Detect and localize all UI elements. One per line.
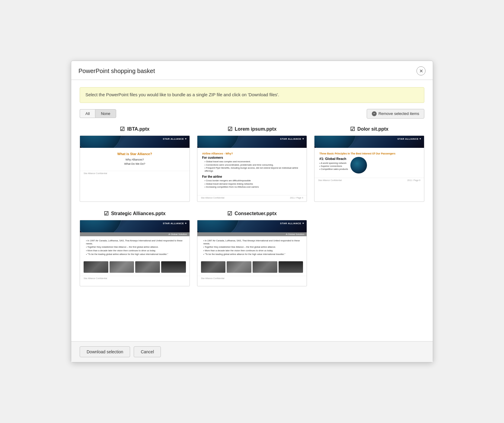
slide-thumb4 [161, 261, 186, 273]
slide-preview-consectetuer: STAR ALLIANCE ✦ A Global Solution In 199… [197, 220, 307, 286]
dialog-body: Select the PowerPoint files you would li… [71, 80, 433, 341]
slide-footer-consectetuer: Star Alliance Confidential [197, 276, 307, 281]
slide-thumb2 [110, 261, 134, 273]
checkbox-strategic[interactable]: ☑ [104, 210, 109, 217]
slide-header-dolor: STAR ALLIANCE ✦ [314, 136, 424, 148]
file-item-strategic: ☑ Strategic Alliances.pptx STAR ALLIANCE… [80, 210, 190, 286]
star-alliance-logo-strategic: STAR ALLIANCE ✦ [163, 222, 187, 225]
slide-header-lorem: STAR ALLIANCE ✦ [197, 136, 307, 148]
info-banner: Select the PowerPoint files you would li… [80, 87, 424, 103]
slide1-orange-title: What is Star Alliance? [85, 152, 185, 156]
slide-content-ibta: What is Star Alliance? Why Alliances? Wh… [80, 148, 190, 171]
file-item-consectetuer: ☑ Consectetuer.pptx STAR ALLIANCE ✦ A Gl… [197, 210, 307, 286]
slide-header-consectetuer: STAR ALLIANCE ✦ [197, 220, 307, 232]
slide-thumb3 [135, 261, 160, 273]
slide3-earth-mini [350, 157, 367, 173]
slide2-bullet2c: Increasing competition from no-frills/lo… [202, 186, 302, 189]
file-label-lorem: ☑ Lorem ipsum.pptx [228, 126, 277, 132]
slide2-bullet1c: Frequent Flyer Benefits, including loung… [202, 167, 302, 173]
slide-header-ibta: STAR ALLIANCE ✦ [80, 136, 190, 148]
files-grid: ☑ IBTA.pptx STAR ALLIANCE ✦ What is Star… [80, 126, 424, 286]
slide-global-bar-strategic: A Global Solution [80, 232, 190, 236]
remove-selected-button[interactable]: − Remove selected items [367, 109, 424, 119]
slide2-bullet2a: Cross border mergers are difficult/impos… [202, 179, 302, 182]
slide-footer-ibta: Star Alliance Confidential [80, 171, 190, 176]
slide2-bullet2b: Global travel demand requires linking ne… [202, 183, 302, 186]
slide2-bullet1a: Global travel was complex and inconvenie… [202, 160, 302, 163]
slide3-bullets: A world spanning network Superior connec… [319, 162, 348, 170]
star-alliance-logo-ibta: STAR ALLIANCE ✦ [163, 138, 187, 140]
strategic-bullet4: "To be the leading global airline allian… [84, 253, 186, 256]
checkbox-ibta[interactable]: ☑ [120, 126, 125, 132]
slide3-bullet2: Superior connections [319, 165, 348, 167]
slide-content-dolor: Three Basic Principles In The Best Inter… [314, 148, 424, 178]
earth-arc-strategic [80, 220, 122, 232]
star-alliance-logo-consectetuer: STAR ALLIANCE ✦ [280, 222, 304, 225]
slide-header-strategic: STAR ALLIANCE ✦ [80, 220, 190, 232]
slide2-orange: Airline Alliances - Why? [202, 152, 302, 155]
consectetuer-thumb4 [279, 261, 303, 273]
close-button[interactable]: ✕ [416, 66, 426, 75]
consectetuer-bullet3: More than a decade later the vision then… [201, 249, 303, 252]
file-label-dolor: ☑ Dolor sit.pptx [350, 126, 388, 132]
earth-arc-lorem [197, 136, 240, 148]
slide-preview-lorem: STAR ALLIANCE ✦ Airline Alliances - Why?… [197, 135, 307, 202]
slide-images-strategic [80, 259, 190, 276]
consectetuer-thumb2 [227, 261, 251, 273]
slide-images-consectetuer [197, 259, 307, 276]
slide2-heading1: For customers [202, 156, 302, 159]
slide2-bullet1b: Connections were uncoordinated, problema… [202, 164, 302, 167]
none-button[interactable]: None [95, 109, 116, 118]
slide-bullets-consectetuer: In 1997 Air Canada, Lufthansa, SAS, Thai… [197, 236, 307, 259]
consectetuer-bullet4: "To be the leading global airline allian… [201, 253, 303, 256]
strategic-bullet2: Together they established Star Alliance … [84, 246, 186, 249]
all-button[interactable]: All [80, 109, 95, 118]
slide2-section1: For customers Global travel was complex … [202, 156, 302, 173]
checkbox-consectetuer[interactable]: ☑ [227, 210, 232, 217]
slide-footer-strategic: Star Alliance Confidential [80, 276, 190, 281]
file-label-ibta: ☑ IBTA.pptx [120, 126, 149, 132]
slide3-main: #1: Global Reach A world spanning networ… [319, 157, 419, 173]
slide2-heading2: For the airline [202, 175, 302, 178]
checkbox-dolor[interactable]: ☑ [350, 126, 355, 132]
slide1-sub1: Why Alliances? [85, 158, 185, 161]
slide3-bullet1: A world spanning network [319, 162, 348, 164]
remove-icon: − [372, 111, 377, 116]
strategic-bullet1: In 1997 Air Canada, Lufthansa, SAS, Thai… [84, 239, 186, 245]
consectetuer-bullet2: Together they established Star Alliance … [201, 246, 303, 249]
earth-arc-dolor [314, 136, 357, 148]
file-item-lorem: ☑ Lorem ipsum.pptx STAR ALLIANCE ✦ Airli… [197, 126, 307, 202]
file-label-strategic: ☑ Strategic Alliances.pptx [104, 210, 166, 217]
select-buttons: All None [80, 109, 116, 118]
consectetuer-thumb3 [253, 261, 277, 273]
earth-arc-ibta [80, 136, 122, 148]
slide1-sub2: What Do We Do? [85, 162, 185, 165]
slide-preview-dolor: STAR ALLIANCE ✦ Three Basic Principles I… [314, 135, 424, 202]
star-alliance-logo-dolor: STAR ALLIANCE ✦ [397, 138, 422, 140]
dialog-footer: Download selection Cancel [71, 341, 433, 362]
slide-footer-dolor: Star Alliance Confidential 2011 / Page 6 [314, 178, 424, 183]
dialog-title: PowerPoint shopping basket [78, 68, 155, 75]
consectetuer-bullet1: In 1997 Air Canada, Lufthansa, SAS, Thai… [201, 239, 303, 245]
earth-arc-consectetuer [197, 220, 240, 232]
slide2-section2: For the airline Cross border mergers are… [202, 175, 302, 189]
slide-bullets-strategic: In 1997 Air Canada, Lufthansa, SAS, Thai… [80, 236, 190, 259]
star-alliance-logo-lorem: STAR ALLIANCE ✦ [280, 138, 304, 140]
slide-content-lorem: Airline Alliances - Why? For customers G… [197, 148, 307, 195]
checkbox-lorem[interactable]: ☑ [228, 126, 232, 132]
slide-preview-strategic: STAR ALLIANCE ✦ A Global Solution In 199… [80, 220, 190, 286]
dialog-header: PowerPoint shopping basket ✕ [71, 61, 433, 80]
download-selection-button[interactable]: Download selection [80, 346, 130, 357]
consectetuer-thumb1 [201, 261, 226, 273]
slide3-heading: #1: Global Reach [319, 157, 348, 161]
slide-footer-lorem: Star Alliance Confidential 2011 / Page 4 [197, 195, 307, 200]
cancel-button[interactable]: Cancel [134, 346, 161, 357]
slide-global-bar-consectetuer: A Global Solution [197, 232, 307, 236]
slide3-text: #1: Global Reach A world spanning networ… [319, 157, 348, 171]
dialog: PowerPoint shopping basket ✕ Select the … [71, 61, 433, 362]
slide-thumb1 [84, 261, 108, 273]
strategic-bullet3: More than a decade later the vision then… [84, 249, 186, 252]
slide3-orange: Three Basic Principles In The Best Inter… [319, 152, 419, 155]
slide3-bullet3: Competitive sales products [319, 168, 348, 170]
file-label-consectetuer: ☑ Consectetuer.pptx [227, 210, 277, 217]
